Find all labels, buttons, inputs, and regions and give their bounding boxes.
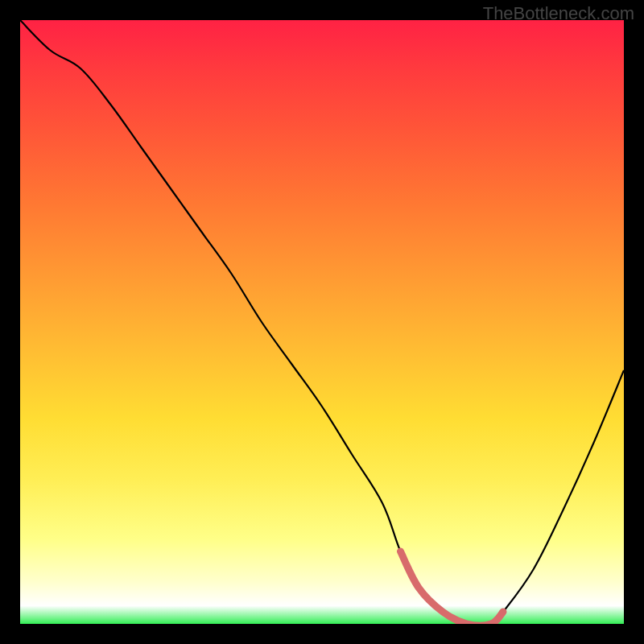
optimal-range-highlight <box>401 551 504 624</box>
bottleneck-curve-svg <box>20 20 624 624</box>
chart-plot-area <box>20 20 624 624</box>
bottleneck-curve-path <box>20 20 624 624</box>
watermark-text: TheBottleneck.com <box>483 3 634 24</box>
